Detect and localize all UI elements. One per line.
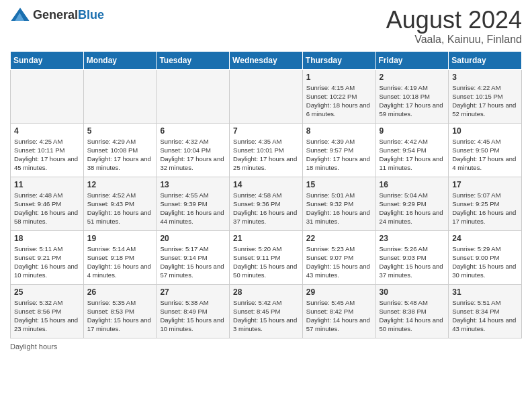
day-number: 13 [160,180,226,189]
calendar-cell: 12Sunrise: 4:52 AMSunset: 9:43 PMDayligh… [83,177,157,230]
calendar-cell: 29Sunrise: 5:45 AMSunset: 8:42 PMDayligh… [302,284,375,338]
day-number: 11 [14,180,80,189]
day-number: 14 [233,180,299,189]
calendar-cell: 2Sunrise: 4:19 AMSunset: 10:18 PMDayligh… [375,69,449,123]
header-day-thursday: Thursday [302,51,375,69]
cell-content: Sunrise: 4:32 AMSunset: 10:04 PMDaylight… [160,137,226,173]
cell-content: Sunrise: 5:42 AMSunset: 8:45 PMDaylight:… [233,298,299,334]
calendar-cell: 11Sunrise: 4:48 AMSunset: 9:46 PMDayligh… [11,177,84,230]
day-number: 23 [380,234,445,243]
cell-content: Sunrise: 5:26 AMSunset: 9:03 PMDaylight:… [380,244,445,280]
calendar-cell: 26Sunrise: 5:35 AMSunset: 8:53 PMDayligh… [83,284,157,338]
day-number: 24 [452,234,518,243]
day-number: 16 [380,180,445,189]
day-number: 29 [306,287,372,297]
calendar-cell: 27Sunrise: 5:38 AMSunset: 8:49 PMDayligh… [157,284,230,338]
cell-content: Sunrise: 5:45 AMSunset: 8:42 PMDaylight:… [306,298,372,334]
calendar-cell [83,69,157,123]
cell-content: Sunrise: 5:51 AMSunset: 8:34 PMDaylight:… [452,298,518,334]
calendar-header: SundayMondayTuesdayWednesdayThursdayFrid… [11,51,522,69]
cell-content: Sunrise: 5:35 AMSunset: 8:53 PMDaylight:… [87,298,153,334]
logo-text: GeneralBlue [33,8,104,22]
cell-content: Sunrise: 4:42 AMSunset: 9:54 PMDaylight:… [380,137,445,173]
calendar-cell: 25Sunrise: 5:32 AMSunset: 8:56 PMDayligh… [11,284,84,338]
header-row: SundayMondayTuesdayWednesdayThursdayFrid… [11,51,522,69]
calendar-cell: 13Sunrise: 4:55 AMSunset: 9:39 PMDayligh… [157,177,230,230]
cell-content: Sunrise: 4:19 AMSunset: 10:18 PMDaylight… [380,83,445,119]
day-number: 9 [380,126,445,136]
calendar-cell: 31Sunrise: 5:51 AMSunset: 8:34 PMDayligh… [449,284,522,338]
day-number: 30 [380,287,445,297]
calendar-cell: 17Sunrise: 5:07 AMSunset: 9:25 PMDayligh… [449,177,522,230]
day-number: 20 [160,234,226,243]
day-number: 4 [14,126,80,136]
day-number: 12 [87,180,153,189]
calendar-cell: 5Sunrise: 4:29 AMSunset: 10:08 PMDayligh… [83,123,157,177]
header-day-sunday: Sunday [11,51,84,69]
calendar-cell: 4Sunrise: 4:25 AMSunset: 10:11 PMDayligh… [11,123,84,177]
header-day-friday: Friday [375,51,449,69]
day-number: 7 [233,126,299,136]
logo: GeneralBlue [10,7,104,23]
day-number: 1 [306,73,372,82]
day-number: 10 [452,126,518,136]
calendar-week-5: 25Sunrise: 5:32 AMSunset: 8:56 PMDayligh… [11,284,522,338]
subtitle: Vaala, Kainuu, Finland [386,34,522,46]
calendar-cell: 8Sunrise: 4:39 AMSunset: 9:57 PMDaylight… [302,123,375,177]
cell-content: Sunrise: 4:58 AMSunset: 9:36 PMDaylight:… [233,191,299,226]
calendar-cell: 6Sunrise: 4:32 AMSunset: 10:04 PMDayligh… [157,123,230,177]
calendar-cell [230,69,303,123]
cell-content: Sunrise: 5:07 AMSunset: 9:25 PMDaylight:… [452,191,518,226]
cell-content: Sunrise: 5:20 AMSunset: 9:11 PMDaylight:… [233,244,299,280]
calendar-cell [11,69,84,123]
day-number: 27 [160,287,226,297]
calendar-cell [157,69,230,123]
header-day-tuesday: Tuesday [157,51,230,69]
calendar-cell: 19Sunrise: 5:14 AMSunset: 9:18 PMDayligh… [83,230,157,284]
cell-content: Sunrise: 4:52 AMSunset: 9:43 PMDaylight:… [87,191,153,226]
cell-content: Sunrise: 5:23 AMSunset: 9:07 PMDaylight:… [306,244,372,280]
logo-icon [10,7,30,23]
cell-content: Sunrise: 4:35 AMSunset: 10:01 PMDaylight… [233,137,299,173]
cell-content: Sunrise: 4:45 AMSunset: 9:50 PMDaylight:… [452,137,518,173]
logo-blue: Blue [78,8,104,21]
day-number: 19 [87,234,153,243]
day-number: 26 [87,287,153,297]
day-number: 28 [233,287,299,297]
cell-content: Sunrise: 4:39 AMSunset: 9:57 PMDaylight:… [306,137,372,173]
calendar-body: 1Sunrise: 4:15 AMSunset: 10:22 PMDayligh… [11,69,522,338]
calendar-cell: 23Sunrise: 5:26 AMSunset: 9:03 PMDayligh… [375,230,449,284]
cell-content: Sunrise: 5:17 AMSunset: 9:14 PMDaylight:… [160,244,226,280]
day-number: 17 [452,180,518,189]
day-number: 25 [14,287,80,297]
day-number: 31 [452,287,518,297]
calendar-week-2: 4Sunrise: 4:25 AMSunset: 10:11 PMDayligh… [11,123,522,177]
calendar-cell: 14Sunrise: 4:58 AMSunset: 9:36 PMDayligh… [230,177,303,230]
calendar-cell: 16Sunrise: 5:04 AMSunset: 9:29 PMDayligh… [375,177,449,230]
day-number: 22 [306,234,372,243]
day-number: 15 [306,180,372,189]
calendar-cell: 21Sunrise: 5:20 AMSunset: 9:11 PMDayligh… [230,230,303,284]
footer-note-text: Daylight hours [10,342,57,351]
calendar-cell: 28Sunrise: 5:42 AMSunset: 8:45 PMDayligh… [230,284,303,338]
calendar-cell: 9Sunrise: 4:42 AMSunset: 9:54 PMDaylight… [375,123,449,177]
day-number: 3 [452,73,518,82]
calendar-cell: 3Sunrise: 4:22 AMSunset: 10:15 PMDayligh… [449,69,522,123]
calendar-cell: 10Sunrise: 4:45 AMSunset: 9:50 PMDayligh… [449,123,522,177]
cell-content: Sunrise: 4:48 AMSunset: 9:46 PMDaylight:… [14,191,80,226]
calendar-cell: 15Sunrise: 5:01 AMSunset: 9:32 PMDayligh… [302,177,375,230]
day-number: 21 [233,234,299,243]
day-number: 8 [306,126,372,136]
cell-content: Sunrise: 4:29 AMSunset: 10:08 PMDaylight… [87,137,153,173]
main-title: August 2024 [386,7,522,34]
calendar-cell: 20Sunrise: 5:17 AMSunset: 9:14 PMDayligh… [157,230,230,284]
calendar-cell: 1Sunrise: 4:15 AMSunset: 10:22 PMDayligh… [302,69,375,123]
cell-content: Sunrise: 4:15 AMSunset: 10:22 PMDaylight… [306,83,372,119]
cell-content: Sunrise: 5:32 AMSunset: 8:56 PMDaylight:… [14,298,80,334]
title-block: August 2024 Vaala, Kainuu, Finland [386,7,522,46]
cell-content: Sunrise: 4:22 AMSunset: 10:15 PMDaylight… [452,83,518,119]
calendar-week-1: 1Sunrise: 4:15 AMSunset: 10:22 PMDayligh… [11,69,522,123]
day-number: 5 [87,126,153,136]
cell-content: Sunrise: 5:48 AMSunset: 8:38 PMDaylight:… [380,298,445,334]
footer-note: Daylight hours [10,342,522,351]
